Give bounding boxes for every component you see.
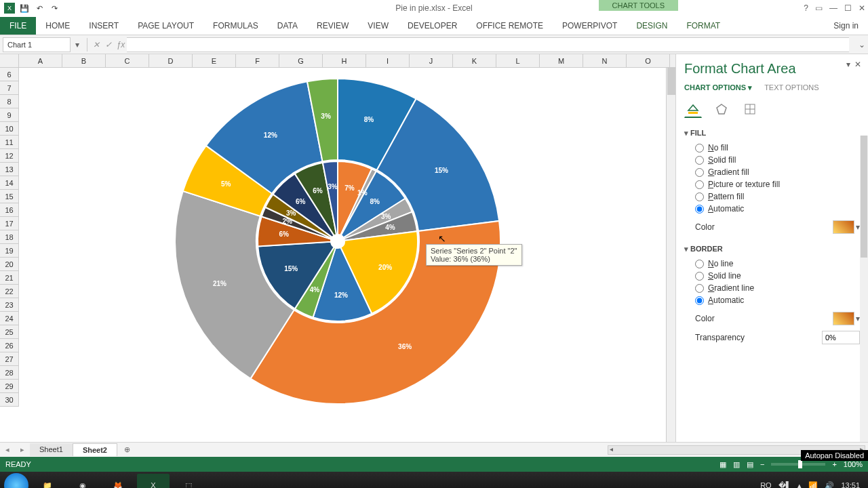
tab-file[interactable]: FILE bbox=[0, 17, 36, 35]
column-header[interactable]: G bbox=[279, 54, 323, 67]
formula-input[interactable] bbox=[127, 37, 849, 52]
row-header[interactable]: 7 bbox=[0, 81, 19, 95]
view-normal-icon[interactable]: ▦ bbox=[719, 460, 726, 469]
close-icon[interactable]: ✕ bbox=[859, 3, 865, 13]
column-header[interactable]: J bbox=[410, 54, 453, 67]
border-radio[interactable]: Automatic bbox=[695, 296, 860, 305]
column-header[interactable]: L bbox=[496, 54, 540, 67]
tray-up-icon[interactable]: ▴ bbox=[797, 481, 802, 489]
column-header[interactable]: C bbox=[106, 54, 149, 67]
tab-powerpivot[interactable]: POWERPIVOT bbox=[553, 17, 627, 35]
taskbar-excel-icon[interactable]: X bbox=[137, 474, 170, 488]
tab-insert[interactable]: INSERT bbox=[79, 17, 128, 35]
pane-scrollbar[interactable] bbox=[860, 136, 868, 442]
fill-color-dropdown-icon[interactable]: ▾ bbox=[854, 222, 860, 232]
grid-body[interactable]: 8%15%36%21%5%12%3% 7%1%8%3%4%20%12%4%15%… bbox=[19, 68, 666, 442]
sheet-tab[interactable]: Sheet1 bbox=[30, 443, 73, 456]
border-radio[interactable]: Solid line bbox=[695, 271, 860, 281]
row-header[interactable]: 12 bbox=[0, 149, 19, 163]
fill-section-title[interactable]: FILL bbox=[684, 129, 860, 138]
fill-radio[interactable]: Solid fill bbox=[695, 155, 860, 165]
tab-review[interactable]: REVIEW bbox=[307, 17, 358, 35]
tab-developer[interactable]: DEVELOPER bbox=[398, 17, 467, 35]
embedded-chart[interactable]: 8%15%36%21%5%12%3% 7%1%8%3%4%20%12%4%15%… bbox=[161, 72, 514, 411]
zoom-out-icon[interactable]: − bbox=[760, 460, 764, 468]
row-header[interactable]: 6 bbox=[0, 68, 19, 81]
expand-formula-bar-icon[interactable]: ⌄ bbox=[859, 40, 867, 49]
column-header[interactable]: I bbox=[366, 54, 410, 67]
tray-network-icon[interactable]: 📶 bbox=[808, 481, 818, 489]
select-all-cell[interactable] bbox=[0, 54, 19, 67]
tab-data[interactable]: DATA bbox=[268, 17, 307, 35]
tray-clock[interactable]: 13:51 bbox=[841, 481, 860, 488]
save-icon[interactable]: 💾 bbox=[19, 3, 30, 14]
row-header[interactable]: 22 bbox=[0, 285, 19, 298]
column-header[interactable]: O bbox=[627, 54, 670, 67]
zoom-level[interactable]: 100% bbox=[844, 460, 863, 468]
ribbon-display-icon[interactable]: ▭ bbox=[815, 3, 823, 13]
tab-view[interactable]: VIEW bbox=[358, 17, 398, 35]
view-page-layout-icon[interactable]: ▥ bbox=[733, 460, 740, 469]
sheet-nav-next-icon[interactable]: ▸ bbox=[15, 445, 30, 454]
row-header[interactable]: 18 bbox=[0, 230, 19, 244]
row-header[interactable]: 10 bbox=[0, 122, 19, 136]
tray-flag-icon[interactable]: �▌ bbox=[778, 481, 791, 489]
tray-volume-icon[interactable]: 🔊 bbox=[825, 481, 834, 489]
sheet-tab[interactable]: Sheet2 bbox=[73, 443, 117, 456]
row-header[interactable]: 29 bbox=[0, 380, 19, 393]
enter-formula-icon[interactable]: ✓ bbox=[102, 40, 115, 49]
column-header[interactable]: K bbox=[453, 54, 496, 67]
row-header[interactable]: 25 bbox=[0, 325, 19, 339]
column-header[interactable]: H bbox=[323, 54, 366, 67]
row-header[interactable]: 19 bbox=[0, 244, 19, 258]
border-radio[interactable]: Gradient line bbox=[695, 283, 860, 293]
row-header[interactable]: 9 bbox=[0, 108, 19, 122]
row-header[interactable]: 17 bbox=[0, 217, 19, 230]
tab-formulas[interactable]: FORMULAS bbox=[203, 17, 268, 35]
sheet-nav-prev-icon[interactable]: ◂ bbox=[0, 445, 15, 454]
row-header[interactable]: 8 bbox=[0, 95, 19, 108]
taskbar-chrome-icon[interactable]: ◉ bbox=[66, 474, 99, 488]
column-header[interactable]: D bbox=[149, 54, 193, 67]
column-header[interactable]: M bbox=[540, 54, 583, 67]
row-header[interactable]: 23 bbox=[0, 298, 19, 312]
row-header[interactable]: 26 bbox=[0, 339, 19, 352]
tab-page-layout[interactable]: PAGE LAYOUT bbox=[128, 17, 203, 35]
minimize-icon[interactable]: — bbox=[829, 3, 837, 13]
name-box-dropdown-icon[interactable]: ▾ bbox=[73, 40, 81, 49]
pane-options-icon[interactable]: ▾ bbox=[846, 60, 850, 69]
fill-radio[interactable]: Pattern fill bbox=[695, 192, 860, 201]
effects-icon[interactable] bbox=[713, 100, 730, 118]
fill-radio[interactable]: Picture or texture fill bbox=[695, 180, 860, 189]
row-header[interactable]: 16 bbox=[0, 203, 19, 217]
row-header[interactable]: 30 bbox=[0, 393, 19, 407]
column-header[interactable]: F bbox=[236, 54, 279, 67]
sign-in-link[interactable]: Sign in bbox=[824, 17, 868, 35]
tab-format[interactable]: FORMAT bbox=[677, 17, 730, 35]
column-header[interactable]: A bbox=[19, 54, 62, 67]
redo-icon[interactable]: ↷ bbox=[49, 3, 60, 14]
vertical-scrollbar[interactable] bbox=[666, 68, 675, 442]
row-header[interactable]: 14 bbox=[0, 176, 19, 190]
row-header[interactable]: 21 bbox=[0, 271, 19, 285]
maximize-icon[interactable]: ☐ bbox=[844, 3, 852, 13]
cancel-formula-icon[interactable]: ✕ bbox=[90, 40, 102, 49]
help-icon[interactable]: ? bbox=[804, 3, 808, 13]
border-radio[interactable]: No line bbox=[695, 259, 860, 268]
row-header[interactable]: 27 bbox=[0, 352, 19, 366]
row-header[interactable]: 20 bbox=[0, 258, 19, 271]
fill-line-icon[interactable] bbox=[684, 100, 702, 118]
row-header[interactable]: 13 bbox=[0, 163, 19, 176]
tab-home[interactable]: HOME bbox=[36, 17, 79, 35]
tab-office-remote[interactable]: OFFICE REMOTE bbox=[467, 17, 553, 35]
name-box[interactable]: Chart 1 bbox=[3, 37, 71, 52]
tray-lang[interactable]: RO bbox=[760, 481, 772, 488]
row-header[interactable]: 15 bbox=[0, 190, 19, 203]
zoom-slider[interactable] bbox=[771, 463, 825, 466]
zoom-in-icon[interactable]: + bbox=[832, 460, 836, 468]
fill-radio[interactable]: Automatic bbox=[695, 204, 860, 214]
column-header[interactable]: E bbox=[193, 54, 236, 67]
start-button[interactable] bbox=[4, 473, 28, 488]
view-page-break-icon[interactable]: ▤ bbox=[747, 460, 753, 469]
chart-options-tab[interactable]: CHART OPTIONS ▾ bbox=[684, 83, 752, 92]
